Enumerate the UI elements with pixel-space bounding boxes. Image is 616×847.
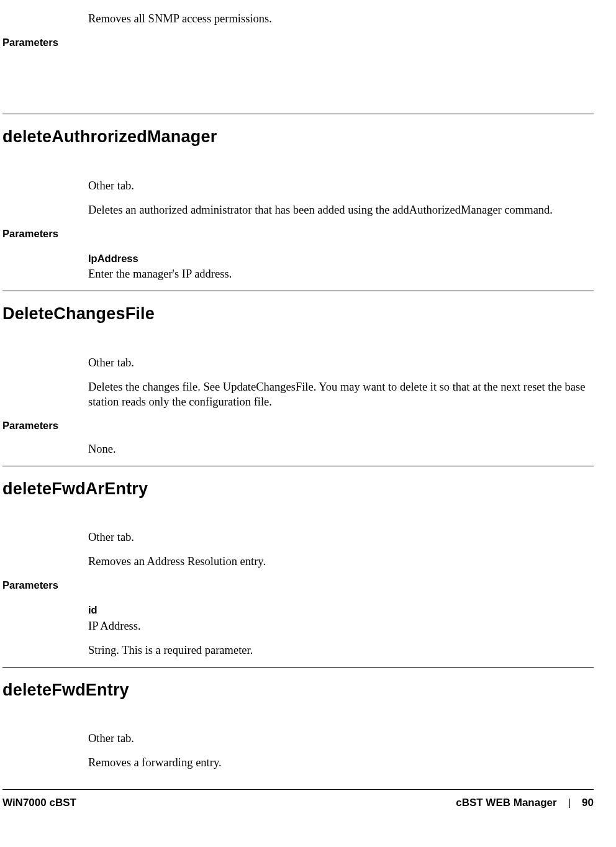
section-deletefwdentry: deleteFwdEntry Other tab. Removes a forw… [2,667,594,771]
tab-text: Other tab. [88,355,594,371]
parameters-label: Parameters [2,227,594,240]
parameters-label: Parameters [2,419,594,432]
description-text: Deletes an authorized administrator that… [88,202,594,218]
description-text: Deletes the changes file. See UpdateChan… [88,379,594,410]
parameter-name: id [88,603,594,617]
section-deleteauthrorizedmanager: deleteAuthrorizedManager Other tab. Dele… [2,114,594,282]
section-heading: deleteFwdArEntry [2,478,594,500]
parameters-label: Parameters [2,35,594,49]
parameter-description: IP Address. [88,618,594,634]
footer-page-number: 90 [582,796,594,810]
footer-separator: | [568,796,571,810]
parameters-none: None. [88,442,594,457]
parameter-extra: String. This is a required parameter. [88,643,594,658]
page-content: Removes all SNMP access permissions. Par… [2,0,594,823]
section-deletefwdarentry: deleteFwdArEntry Other tab. Removes an A… [2,466,594,658]
parameter-description: Enter the manager's IP address. [88,266,594,282]
footer-right: cBST WEB Manager | 90 [456,796,594,810]
intro-text: Removes all SNMP access permissions. [88,11,594,27]
description-text: Removes an Address Resolution entry. [88,554,594,569]
page: Removes all SNMP access permissions. Par… [0,0,616,847]
parameter-name: IpAddress [88,251,594,265]
section-heading: deleteFwdEntry [2,679,594,701]
description-text: Removes a forwarding entry. [88,755,594,771]
parameters-label: Parameters [2,578,594,592]
section-deletechangesfile: DeleteChangesFile Other tab. Deletes the… [2,291,594,457]
tab-text: Other tab. [88,530,594,545]
section-gap [2,58,594,114]
section-heading: deleteAuthrorizedManager [2,125,594,148]
footer-left: WiN7000 cBST [2,796,76,810]
footer-section-label: cBST WEB Manager [456,796,556,810]
page-footer: WiN7000 cBST cBST WEB Manager | 90 [2,790,594,823]
tab-text: Other tab. [88,178,594,194]
section-heading: DeleteChangesFile [2,302,594,325]
tab-text: Other tab. [88,731,594,746]
